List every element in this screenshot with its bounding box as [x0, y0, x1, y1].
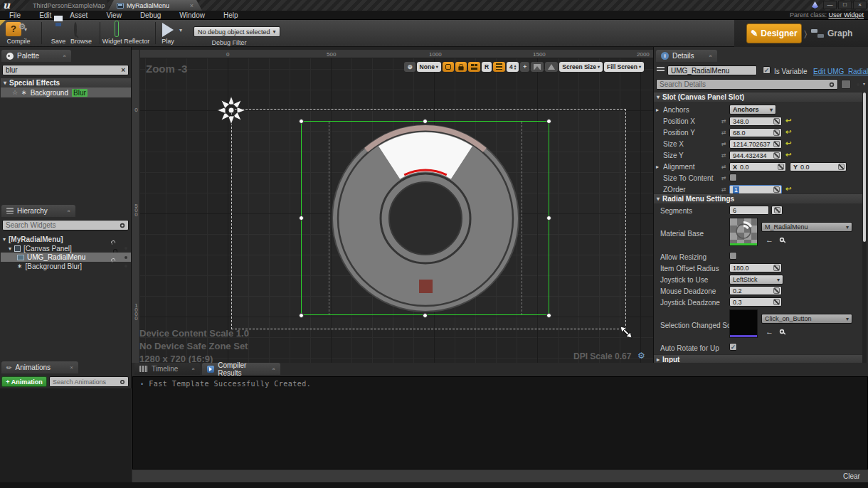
layout-blocks-toggle[interactable] — [468, 62, 480, 72]
anchors-dropdown[interactable]: Anchors ▾ — [729, 105, 776, 115]
expand-field-icon[interactable] — [773, 141, 780, 147]
browse-button[interactable] — [74, 23, 77, 36]
details-tab-close-icon[interactable]: × — [709, 53, 712, 59]
palette-tab[interactable]: Palette × — [1, 50, 71, 62]
compile-button[interactable]: ?⚙ ▾ — [6, 22, 27, 36]
selection-handle[interactable] — [423, 119, 428, 124]
bind-icon[interactable]: ⇄ — [721, 118, 726, 124]
timeline-tab[interactable]: Timeline × — [134, 363, 200, 375]
hierarchy-row-root[interactable]: ▾ [MyRadialMenu] — [3, 235, 63, 243]
position-y-field[interactable]: 68.0 — [729, 128, 782, 137]
hierarchy-tab[interactable]: Hierarchy × — [1, 205, 75, 217]
animations-tab-close-icon[interactable]: × — [70, 364, 73, 371]
use-selected-arrow-icon[interactable]: ← — [766, 235, 773, 244]
show-outlines-toggle[interactable] — [443, 62, 454, 72]
expand-field-icon[interactable] — [773, 287, 780, 294]
expand-field-icon[interactable] — [773, 299, 780, 305]
expand-field-icon[interactable] — [773, 265, 780, 271]
selection-handle[interactable] — [299, 313, 304, 318]
collapse-triangle-icon[interactable]: ▸ — [656, 107, 659, 113]
segments-field[interactable]: 6 — [729, 206, 769, 215]
maximize-button[interactable]: □ — [838, 1, 852, 9]
doc-tab-myradialmenu[interactable]: MyRadialMenu × — [108, 0, 202, 11]
dpi-settings-gear-icon[interactable]: ⚙ — [637, 351, 645, 361]
close-button[interactable]: × — [853, 1, 867, 9]
expand-field-icon[interactable] — [773, 186, 780, 193]
hierarchy-tab-close-icon[interactable]: × — [67, 208, 70, 214]
transform-mode-button[interactable]: + — [520, 62, 529, 72]
menu-help[interactable]: Help — [214, 11, 248, 19]
size-x-field[interactable]: 1214.702637 — [729, 139, 782, 149]
lock-widgets-toggle[interactable] — [455, 62, 467, 72]
selection-handle[interactable] — [299, 216, 304, 221]
parent-class-link[interactable]: User Widget — [828, 11, 864, 18]
browse-to-asset-icon[interactable] — [780, 238, 784, 242]
menu-window[interactable]: Window — [170, 11, 214, 19]
details-grid-view-button[interactable] — [841, 80, 851, 89]
clear-log-button[interactable]: Clear — [843, 472, 860, 480]
section-slot-canvas-panel[interactable]: ▾ Slot (Canvas Panel Slot) — [654, 92, 862, 102]
bind-icon[interactable]: ⇄ — [721, 175, 726, 181]
favorite-star-icon[interactable]: ☆ — [12, 89, 18, 96]
details-tab[interactable]: i Details × — [656, 50, 717, 62]
size-y-field[interactable]: 944.432434 — [729, 151, 782, 160]
selection-changed-sound-dropdown[interactable]: Click_on_Button ▾ — [761, 314, 852, 324]
revert-icon[interactable]: ↩ — [785, 151, 791, 159]
designer-mode-button[interactable]: ✎ Designer — [746, 23, 802, 43]
screen-size-dropdown[interactable]: Screen Size▾ — [559, 62, 603, 72]
hierarchy-row-canvas-panel[interactable]: ▾ [Canvas Panel] — [9, 244, 72, 253]
expand-field-icon[interactable] — [773, 118, 780, 124]
fill-screen-dropdown[interactable]: Fill Screen▾ — [604, 62, 644, 72]
revert-icon[interactable]: ↩ — [785, 117, 791, 124]
section-radial-menu-settings[interactable]: ▾ Radial Menu Settings — [654, 193, 862, 203]
tab-close-icon[interactable]: × — [190, 2, 194, 9]
mouse-deadzone-field[interactable]: 0.2 — [729, 286, 782, 295]
allow-resizing-checkbox[interactable] — [729, 252, 737, 260]
is-variable-checkbox[interactable]: ✓ — [763, 66, 771, 74]
item-offset-radius-field[interactable]: 180.0 — [729, 263, 782, 272]
use-selected-arrow-icon[interactable]: ← — [766, 327, 773, 336]
collapse-triangle-icon[interactable]: ▸ — [656, 164, 659, 170]
revert-icon[interactable]: ↩ — [785, 185, 791, 193]
expand-field-icon[interactable] — [773, 129, 780, 136]
expanded-triangle-icon[interactable]: ▾ — [9, 245, 11, 252]
sound-thumbnail[interactable] — [729, 309, 758, 338]
expand-field-icon[interactable] — [773, 152, 780, 159]
bind-icon[interactable]: ⇄ — [721, 186, 726, 193]
palette-search-input[interactable]: blur × — [2, 65, 129, 75]
palette-tab-close-icon[interactable]: × — [63, 53, 66, 59]
alignment-y-field[interactable]: Y0.0 — [790, 162, 847, 171]
stepper-carets-icon[interactable]: ▴▾ — [514, 64, 517, 70]
compiler-results-tab[interactable]: Compiler Results × — [202, 363, 280, 375]
animations-search-input[interactable]: Search Animations — [49, 376, 129, 387]
revert-icon[interactable]: ↩ — [785, 128, 791, 136]
palette-item-background-blur[interactable]: ☆ ∗ Background Blur — [1, 87, 131, 97]
bind-icon[interactable]: ⇄ — [721, 141, 726, 147]
animations-tab[interactable]: ✎ Animations × — [1, 361, 78, 373]
selection-handle[interactable] — [299, 119, 304, 124]
material-base-thumbnail[interactable] — [729, 218, 758, 246]
minimize-button[interactable]: — — [823, 1, 837, 9]
hierarchy-row-umg-radialmenu[interactable]: UMG_RadialMenu — [17, 253, 85, 262]
mirror-preview-button[interactable] — [545, 62, 558, 72]
expand-field-icon[interactable] — [778, 164, 784, 170]
segments-stepper[interactable] — [771, 206, 783, 215]
joystick-to-use-dropdown[interactable]: LeftStick ▾ — [729, 275, 783, 285]
expanded-triangle-icon[interactable]: ▾ — [3, 236, 6, 243]
browse-to-asset-icon[interactable] — [780, 329, 784, 334]
doc-tab-thirdperson[interactable]: ThirdPersonExampleMap — [24, 0, 110, 11]
bind-icon[interactable]: ⇄ — [721, 129, 726, 136]
anchor-medallion[interactable] — [216, 95, 247, 126]
localization-globe-button[interactable]: ⊕ — [404, 62, 415, 72]
joystick-deadzone-field[interactable]: 0.3 — [729, 297, 782, 307]
position-x-field[interactable]: 348.0 — [729, 117, 782, 126]
menu-file[interactable]: File — [0, 11, 30, 19]
menu-asset[interactable]: Asset — [60, 11, 97, 19]
compiler-tab-close-icon[interactable]: × — [272, 366, 275, 372]
alignment-x-field[interactable]: X0.0 — [729, 162, 786, 171]
menu-debug[interactable]: Debug — [131, 11, 170, 19]
hierarchy-row-background-blur[interactable]: ∗ [Background Blur] — [17, 262, 82, 270]
compiler-log-area[interactable] — [132, 376, 868, 470]
size-to-content-checkbox[interactable] — [729, 174, 737, 181]
play-button[interactable]: ▾ — [162, 23, 182, 37]
